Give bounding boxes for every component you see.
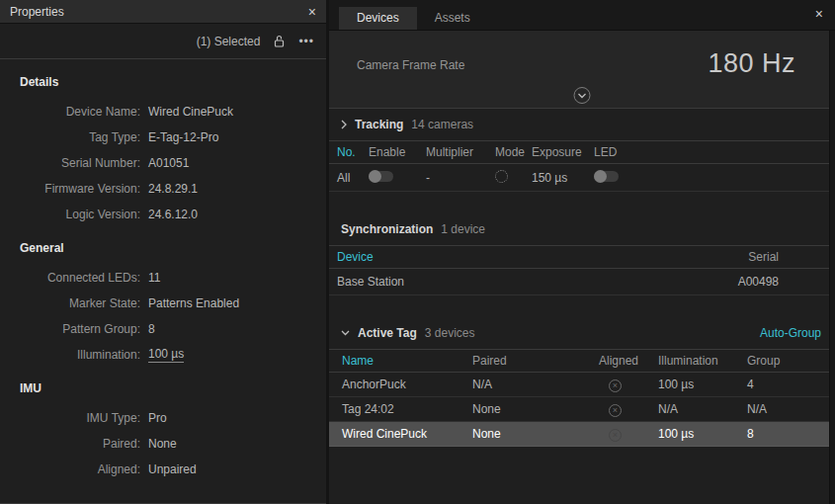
- serial-cell: A00498: [738, 275, 779, 289]
- paired-cell: N/A: [472, 378, 599, 391]
- section-heading-details: Details: [20, 75, 326, 89]
- property-label: Illumination:: [0, 348, 140, 362]
- table-row[interactable]: Tag 24:02 None × N/A N/A: [329, 397, 835, 422]
- led-cell: [594, 171, 633, 185]
- table-row[interactable]: Base Station A00498: [329, 269, 835, 295]
- col-header-exposure: Exposure: [532, 145, 594, 159]
- mode-cell: [495, 170, 532, 186]
- illumination-cell: N/A: [658, 402, 747, 416]
- property-row: Paired: None: [0, 431, 326, 457]
- tracking-title: Tracking: [355, 118, 403, 131]
- property-value: 11: [148, 271, 160, 285]
- group-cell: 8: [747, 427, 835, 441]
- col-header-group: Group: [747, 354, 835, 368]
- chevron-down-expander-icon[interactable]: [574, 87, 591, 104]
- close-icon[interactable]: ×: [815, 7, 823, 21]
- properties-panel: Properties × (1) Selected ••• Details De…: [0, 0, 326, 504]
- illumination-value-field[interactable]: 100 µs: [148, 347, 184, 363]
- unaligned-icon: ×: [609, 379, 622, 392]
- property-row: Aligned: Unpaired: [0, 457, 326, 482]
- active-tag-count: 3 devices: [425, 326, 475, 340]
- property-row: Firmware Version: 24.8.29.1: [0, 176, 326, 202]
- tracking-count: 14 cameras: [411, 118, 473, 131]
- tab-devices[interactable]: Devices: [339, 7, 417, 30]
- mode-icon[interactable]: [495, 170, 508, 183]
- group-cell: 4: [747, 378, 835, 391]
- frame-rate-label: Camera Frame Rate: [357, 58, 464, 72]
- unaligned-icon: ×: [609, 404, 622, 417]
- col-header-paired: Paired: [472, 354, 599, 368]
- multiplier-cell: -: [426, 171, 495, 185]
- col-header-multiplier: Multiplier: [426, 145, 495, 159]
- property-label: Serial Number:: [0, 156, 140, 170]
- col-header-aligned: Aligned: [599, 354, 658, 368]
- tab-assets[interactable]: Assets: [417, 7, 488, 30]
- properties-panel-header: Properties ×: [0, 0, 326, 24]
- section-heading-imu: IMU: [20, 381, 326, 395]
- panel-title: Properties: [10, 5, 64, 19]
- property-value: 24.8.29.1: [148, 182, 198, 196]
- property-value: E-Tag-12-Pro: [148, 130, 218, 144]
- col-header-enable: Enable: [369, 145, 426, 159]
- aligned-cell: ×: [599, 427, 658, 442]
- property-value: None: [148, 437, 177, 451]
- frame-rate-value: 180 Hz: [708, 48, 795, 79]
- active-tag-section-header[interactable]: Active Tag 3 devices Auto-Group: [329, 317, 835, 349]
- chevron-right-icon: [341, 120, 347, 129]
- property-value: 24.6.12.0: [148, 208, 198, 221]
- led-toggle[interactable]: [594, 171, 619, 182]
- tracking-row-all[interactable]: All - 150 µs: [329, 164, 835, 192]
- camera-frame-rate-block: Camera Frame Rate 180 Hz: [329, 31, 835, 109]
- active-tag-title: Active Tag: [358, 326, 417, 340]
- name-cell: Tag 24:02: [342, 402, 472, 416]
- property-label: Pattern Group:: [0, 322, 140, 336]
- property-label: Connected LEDs:: [0, 271, 140, 285]
- chevron-down-icon: [341, 330, 350, 336]
- col-header-illumination: Illumination: [658, 354, 747, 368]
- table-row[interactable]: AnchorPuck N/A × 100 µs 4: [329, 373, 835, 397]
- property-label: Device Name:: [0, 105, 140, 119]
- col-header-serial: Serial: [748, 250, 779, 264]
- more-options-icon[interactable]: •••: [298, 35, 314, 48]
- col-header-name: Name: [342, 354, 472, 368]
- tracking-row-label: All: [337, 171, 369, 185]
- property-row: Pattern Group: 8: [0, 316, 326, 342]
- enable-toggle[interactable]: [369, 171, 393, 182]
- tracking-section-header[interactable]: Tracking 14 cameras: [329, 109, 835, 140]
- property-row: Serial Number: A01051: [0, 150, 326, 176]
- unaligned-icon: ×: [609, 429, 622, 442]
- property-row: IMU Type: Pro: [0, 405, 326, 431]
- property-value: 8: [148, 322, 155, 336]
- property-value: Unpaired: [148, 462, 197, 476]
- close-icon[interactable]: ×: [308, 5, 316, 19]
- name-cell: Wired CinePuck: [342, 427, 472, 441]
- synchronization-section-header: Synchronization 1 device: [329, 213, 835, 245]
- property-row: Tag Type: E-Tag-12-Pro: [0, 125, 326, 150]
- tab-bar: Devices Assets ×: [329, 0, 835, 31]
- property-value: A01051: [148, 156, 189, 170]
- property-label: Logic Version:: [0, 208, 140, 221]
- devices-panel: Devices Assets × Camera Frame Rate 180 H…: [329, 0, 835, 504]
- scrollbar-track[interactable]: [829, 31, 835, 504]
- synchronization-table-header: Device Serial: [329, 245, 835, 269]
- enable-cell: [369, 171, 426, 185]
- property-label: Paired:: [0, 437, 140, 451]
- col-header-led: LED: [594, 145, 633, 159]
- property-row: Device Name: Wired CinePuck: [0, 99, 326, 125]
- paired-cell: None: [472, 402, 599, 416]
- property-value: Wired CinePuck: [148, 105, 233, 119]
- active-tag-table-header: Name Paired Aligned Illumination Group: [329, 349, 835, 373]
- exposure-cell: 150 µs: [532, 171, 594, 185]
- tracking-table-header: No. Enable Multiplier Mode Exposure LED: [329, 140, 835, 164]
- synchronization-count: 1 device: [441, 222, 485, 236]
- illumination-cell: 100 µs: [658, 378, 747, 391]
- property-row: Illumination: 100 µs: [0, 342, 326, 368]
- table-row-selected[interactable]: Wired CinePuck None × 100 µs 8: [329, 422, 835, 447]
- property-row: Connected LEDs: 11: [0, 265, 326, 291]
- auto-group-link[interactable]: Auto-Group: [760, 326, 821, 340]
- lock-icon[interactable]: [274, 35, 285, 47]
- property-label: Firmware Version:: [0, 182, 140, 196]
- property-row: Marker State: Patterns Enabled: [0, 291, 326, 316]
- paired-cell: None: [472, 427, 599, 441]
- property-value: Pro: [148, 411, 167, 425]
